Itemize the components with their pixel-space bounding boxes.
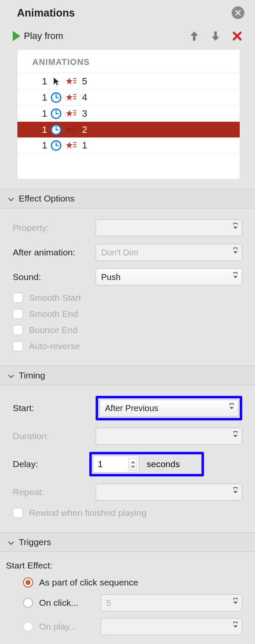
after-animation-label: After animation: — [13, 247, 96, 258]
list-header: ANIMATIONS — [17, 57, 240, 73]
delay-unit: seconds — [147, 459, 180, 469]
animation-order: 1 — [35, 92, 47, 103]
animation-order: 1 — [35, 124, 47, 135]
radio-on-click-label: On click... — [39, 598, 101, 608]
move-down-button[interactable] — [211, 31, 220, 42]
play-icon — [13, 31, 20, 41]
timing-header[interactable]: Timing — [0, 366, 255, 385]
smooth-start-checkbox — [13, 293, 23, 303]
property-label: Property: — [13, 223, 96, 233]
bounce-end-label: Bounce End — [29, 325, 77, 335]
radio-click-sequence[interactable] — [23, 577, 33, 588]
sound-label: Sound: — [13, 272, 96, 282]
section-title: Effect Options — [19, 193, 75, 204]
rewind-checkbox — [13, 508, 23, 518]
section-title: Timing — [19, 370, 45, 381]
effect-icon — [64, 123, 77, 136]
duration-label: Duration: — [13, 431, 96, 441]
property-select — [96, 219, 242, 236]
arrow-down-icon — [211, 31, 220, 42]
chevron-down-icon — [8, 538, 15, 546]
play-label: Play from — [24, 31, 63, 42]
arrow-up-icon — [190, 31, 199, 42]
effect-icon — [64, 139, 77, 152]
chevron-down-icon — [8, 195, 15, 202]
on-play-select — [101, 618, 242, 635]
repeat-label: Repeat: — [13, 487, 96, 497]
panel-title: Animations — [17, 7, 75, 19]
delete-button[interactable] — [232, 31, 242, 41]
close-button[interactable] — [232, 6, 244, 19]
animation-list[interactable]: ANIMATIONS 1 5 1 4 1 3 1 — [17, 49, 240, 179]
animation-label: 1 — [82, 140, 87, 151]
effect-icon — [64, 91, 77, 104]
move-up-button[interactable] — [190, 31, 199, 42]
delete-icon — [232, 31, 242, 41]
after-animation-select[interactable]: Don't Dim — [96, 244, 242, 261]
animation-row[interactable]: 1 1 — [17, 137, 240, 154]
smooth-end-label: Smooth End — [29, 309, 78, 319]
delay-input[interactable]: 1 — [93, 456, 139, 473]
mouse-click-icon — [50, 75, 62, 88]
animation-label: 4 — [82, 92, 87, 103]
start-effect-label: Start Effect: — [6, 560, 242, 571]
animation-label: 2 — [82, 124, 87, 135]
delay-label: Delay: — [13, 459, 89, 469]
clock-icon — [50, 91, 62, 104]
auto-reverse-label: Auto-reverse — [29, 341, 80, 351]
clock-icon — [50, 107, 62, 120]
highlight-start: After Previous — [96, 396, 242, 420]
animation-row[interactable]: 1 5 — [17, 73, 240, 89]
delay-stepper[interactable] — [128, 458, 137, 471]
section-title: Triggers — [19, 537, 51, 547]
bounce-end-checkbox — [13, 325, 23, 335]
clock-icon — [50, 139, 62, 152]
radio-click-sequence-label: As part of click sequence — [39, 577, 138, 588]
close-icon — [235, 9, 241, 16]
animation-order: 1 — [35, 140, 47, 151]
radio-on-click[interactable] — [23, 598, 33, 608]
chevron-down-icon — [8, 372, 15, 379]
animation-order: 1 — [35, 108, 47, 119]
on-click-select: 5 — [101, 594, 242, 611]
sound-select[interactable]: Push — [96, 269, 242, 286]
effect-icon — [64, 75, 77, 88]
animation-label: 5 — [82, 76, 87, 87]
duration-select — [96, 428, 242, 445]
clock-icon — [50, 123, 62, 136]
start-select[interactable]: After Previous — [99, 400, 238, 417]
effect-icon — [64, 107, 77, 120]
radio-on-play — [23, 622, 33, 632]
auto-reverse-checkbox — [13, 341, 23, 351]
repeat-select — [96, 484, 242, 501]
highlight-delay: 1 seconds — [89, 452, 204, 476]
delay-value: 1 — [98, 459, 103, 469]
animation-row[interactable]: 1 2 — [17, 121, 240, 137]
animation-order: 1 — [35, 76, 47, 87]
effect-options-header[interactable]: Effect Options — [0, 189, 255, 208]
animation-row[interactable]: 1 3 — [17, 105, 240, 121]
animation-label: 3 — [82, 108, 87, 119]
smooth-start-label: Smooth Start — [29, 293, 81, 303]
rewind-label: Rewind when finished playing — [29, 508, 147, 518]
radio-on-play-label: On play... — [39, 622, 101, 632]
triggers-header[interactable]: Triggers — [0, 532, 255, 552]
start-label: Start: — [13, 403, 96, 413]
smooth-end-checkbox — [13, 309, 23, 319]
play-from-button[interactable]: Play from — [13, 31, 63, 42]
animation-row[interactable]: 1 4 — [17, 89, 240, 105]
